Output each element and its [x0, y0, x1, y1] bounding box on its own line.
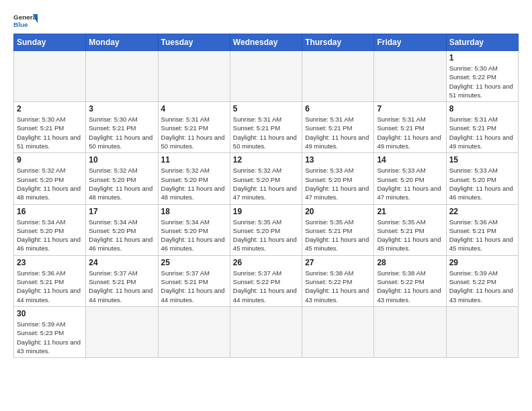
day-number: 12 [233, 155, 299, 165]
calendar-cell: 25Sunrise: 5:37 AM Sunset: 5:21 PM Dayli… [158, 255, 230, 306]
day-header-wednesday: Wednesday [230, 34, 302, 51]
day-info: Sunrise: 5:34 AM Sunset: 5:20 PM Dayligh… [17, 218, 83, 253]
day-info: Sunrise: 5:39 AM Sunset: 5:22 PM Dayligh… [449, 269, 515, 304]
header: General Blue [13, 11, 519, 30]
calendar-cell: 27Sunrise: 5:38 AM Sunset: 5:22 PM Dayli… [302, 255, 374, 306]
calendar-cell [158, 51, 230, 102]
calendar-cell: 21Sunrise: 5:35 AM Sunset: 5:21 PM Dayli… [374, 204, 446, 255]
day-info: Sunrise: 5:39 AM Sunset: 5:23 PM Dayligh… [17, 320, 83, 355]
day-number: 6 [305, 104, 371, 113]
day-info: Sunrise: 5:37 AM Sunset: 5:22 PM Dayligh… [233, 269, 299, 304]
calendar-cell [230, 306, 302, 357]
calendar-cell: 28Sunrise: 5:38 AM Sunset: 5:22 PM Dayli… [374, 255, 446, 306]
day-number: 4 [161, 104, 227, 113]
calendar-week-row: 1Sunrise: 5:30 AM Sunset: 5:22 PM Daylig… [14, 51, 519, 102]
day-number: 16 [17, 207, 83, 216]
calendar-week-row: 16Sunrise: 5:34 AM Sunset: 5:20 PM Dayli… [14, 204, 519, 255]
day-info: Sunrise: 5:30 AM Sunset: 5:22 PM Dayligh… [449, 64, 515, 99]
calendar-cell [446, 306, 518, 357]
day-number: 15 [449, 155, 515, 165]
day-number: 3 [89, 104, 154, 113]
day-info: Sunrise: 5:37 AM Sunset: 5:21 PM Dayligh… [161, 269, 227, 304]
logo-icon: General Blue [13, 11, 38, 30]
day-number: 13 [305, 155, 371, 165]
day-info: Sunrise: 5:32 AM Sunset: 5:20 PM Dayligh… [161, 166, 227, 201]
day-header-friday: Friday [374, 34, 446, 51]
calendar-cell [374, 51, 446, 102]
day-number: 9 [17, 155, 83, 165]
calendar-cell: 30Sunrise: 5:39 AM Sunset: 5:23 PM Dayli… [14, 306, 86, 357]
calendar-cell: 13Sunrise: 5:33 AM Sunset: 5:20 PM Dayli… [302, 153, 374, 204]
day-number: 29 [449, 258, 515, 267]
calendar-cell: 24Sunrise: 5:37 AM Sunset: 5:21 PM Dayli… [86, 255, 158, 306]
calendar-header-row: SundayMondayTuesdayWednesdayThursdayFrid… [14, 34, 519, 51]
day-number: 22 [449, 207, 515, 216]
calendar-cell: 23Sunrise: 5:36 AM Sunset: 5:21 PM Dayli… [14, 255, 86, 306]
calendar-week-row: 30Sunrise: 5:39 AM Sunset: 5:23 PM Dayli… [14, 306, 519, 357]
day-info: Sunrise: 5:30 AM Sunset: 5:21 PM Dayligh… [89, 115, 154, 150]
day-number: 1 [449, 53, 515, 62]
svg-text:Blue: Blue [13, 21, 28, 28]
day-number: 19 [233, 207, 299, 216]
calendar-week-row: 23Sunrise: 5:36 AM Sunset: 5:21 PM Dayli… [14, 255, 519, 306]
day-header-sunday: Sunday [14, 34, 86, 51]
calendar-cell [302, 306, 374, 357]
day-info: Sunrise: 5:31 AM Sunset: 5:21 PM Dayligh… [305, 115, 371, 150]
calendar-cell [374, 306, 446, 357]
calendar-cell: 3Sunrise: 5:30 AM Sunset: 5:21 PM Daylig… [86, 102, 158, 153]
day-number: 8 [449, 104, 515, 113]
day-info: Sunrise: 5:34 AM Sunset: 5:20 PM Dayligh… [89, 218, 154, 253]
day-info: Sunrise: 5:33 AM Sunset: 5:20 PM Dayligh… [377, 166, 443, 201]
calendar-cell: 4Sunrise: 5:31 AM Sunset: 5:21 PM Daylig… [158, 102, 230, 153]
calendar-cell: 26Sunrise: 5:37 AM Sunset: 5:22 PM Dayli… [230, 255, 302, 306]
day-number: 5 [233, 104, 299, 113]
day-info: Sunrise: 5:35 AM Sunset: 5:21 PM Dayligh… [305, 218, 371, 253]
calendar-cell [302, 51, 374, 102]
day-info: Sunrise: 5:30 AM Sunset: 5:21 PM Dayligh… [17, 115, 83, 150]
day-number: 26 [233, 258, 299, 267]
day-header-monday: Monday [86, 34, 158, 51]
day-header-thursday: Thursday [302, 34, 374, 51]
calendar-cell: 12Sunrise: 5:32 AM Sunset: 5:20 PM Dayli… [230, 153, 302, 204]
day-info: Sunrise: 5:31 AM Sunset: 5:21 PM Dayligh… [449, 115, 515, 150]
day-info: Sunrise: 5:31 AM Sunset: 5:21 PM Dayligh… [377, 115, 443, 150]
calendar-cell: 16Sunrise: 5:34 AM Sunset: 5:20 PM Dayli… [14, 204, 86, 255]
calendar-cell: 1Sunrise: 5:30 AM Sunset: 5:22 PM Daylig… [446, 51, 518, 102]
calendar-cell: 17Sunrise: 5:34 AM Sunset: 5:20 PM Dayli… [86, 204, 158, 255]
calendar-week-row: 9Sunrise: 5:32 AM Sunset: 5:20 PM Daylig… [14, 153, 519, 204]
calendar-cell: 20Sunrise: 5:35 AM Sunset: 5:21 PM Dayli… [302, 204, 374, 255]
day-number: 7 [377, 104, 443, 113]
day-header-saturday: Saturday [446, 34, 518, 51]
day-info: Sunrise: 5:35 AM Sunset: 5:21 PM Dayligh… [377, 218, 443, 253]
day-number: 18 [161, 207, 227, 216]
day-number: 23 [17, 258, 83, 267]
day-number: 14 [377, 155, 443, 165]
day-info: Sunrise: 5:32 AM Sunset: 5:20 PM Dayligh… [233, 166, 299, 201]
calendar-cell: 29Sunrise: 5:39 AM Sunset: 5:22 PM Dayli… [446, 255, 518, 306]
calendar-cell: 11Sunrise: 5:32 AM Sunset: 5:20 PM Dayli… [158, 153, 230, 204]
calendar-cell [86, 51, 158, 102]
day-info: Sunrise: 5:33 AM Sunset: 5:20 PM Dayligh… [305, 166, 371, 201]
day-info: Sunrise: 5:32 AM Sunset: 5:20 PM Dayligh… [89, 166, 154, 201]
day-info: Sunrise: 5:37 AM Sunset: 5:21 PM Dayligh… [89, 269, 154, 304]
calendar-cell: 15Sunrise: 5:33 AM Sunset: 5:20 PM Dayli… [446, 153, 518, 204]
calendar-cell: 9Sunrise: 5:32 AM Sunset: 5:20 PM Daylig… [14, 153, 86, 204]
calendar-cell: 8Sunrise: 5:31 AM Sunset: 5:21 PM Daylig… [446, 102, 518, 153]
calendar-table: SundayMondayTuesdayWednesdayThursdayFrid… [13, 34, 519, 358]
calendar-cell: 7Sunrise: 5:31 AM Sunset: 5:21 PM Daylig… [374, 102, 446, 153]
day-info: Sunrise: 5:31 AM Sunset: 5:21 PM Dayligh… [161, 115, 227, 150]
day-info: Sunrise: 5:38 AM Sunset: 5:22 PM Dayligh… [305, 269, 371, 304]
day-number: 21 [377, 207, 443, 216]
calendar-cell: 14Sunrise: 5:33 AM Sunset: 5:20 PM Dayli… [374, 153, 446, 204]
day-number: 28 [377, 258, 443, 267]
day-info: Sunrise: 5:35 AM Sunset: 5:20 PM Dayligh… [233, 218, 299, 253]
calendar-cell: 18Sunrise: 5:34 AM Sunset: 5:20 PM Dayli… [158, 204, 230, 255]
day-info: Sunrise: 5:36 AM Sunset: 5:21 PM Dayligh… [17, 269, 83, 304]
calendar-cell [14, 51, 86, 102]
day-number: 24 [89, 258, 154, 267]
calendar-cell [230, 51, 302, 102]
day-number: 17 [89, 207, 154, 216]
day-number: 30 [17, 309, 83, 318]
day-info: Sunrise: 5:32 AM Sunset: 5:20 PM Dayligh… [17, 166, 83, 201]
day-info: Sunrise: 5:34 AM Sunset: 5:20 PM Dayligh… [161, 218, 227, 253]
